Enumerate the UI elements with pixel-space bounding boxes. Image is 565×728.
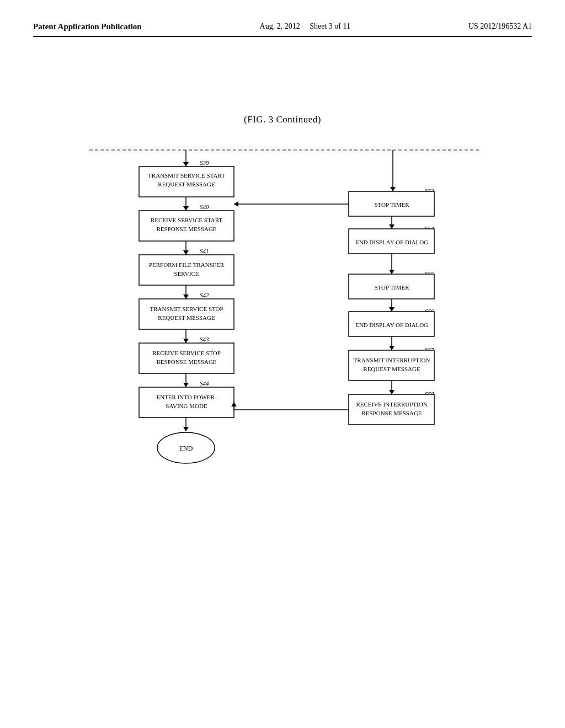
svg-marker-38 — [183, 427, 189, 431]
svg-marker-8 — [183, 206, 189, 211]
svg-marker-2 — [183, 162, 189, 167]
svg-marker-57 — [389, 307, 395, 312]
page: Patent Application Publication Aug. 2, 2… — [0, 0, 565, 728]
svg-text:RECEIVE SERVICE START: RECEIVE SERVICE START — [151, 217, 222, 223]
svg-marker-26 — [183, 339, 189, 343]
svg-text:TRANSMIT INTERRUPTION: TRANSMIT INTERRUPTION — [354, 357, 430, 363]
page-header: Patent Application Publication Aug. 2, 2… — [33, 22, 532, 37]
publication-date: Aug. 2, 2012 — [260, 22, 300, 30]
svg-text:ENTER INTO POWER-: ENTER INTO POWER- — [156, 394, 217, 400]
svg-text:RESPONSE MESSAGE: RESPONSE MESSAGE — [156, 358, 216, 365]
svg-text:REQUEST MESSAGE: REQUEST MESSAGE — [363, 366, 420, 372]
diagram-area: (FIG. 3 Continued) S39 TRANSMIT SERVICE … — [33, 114, 532, 602]
svg-text:STOP TIMER: STOP TIMER — [374, 284, 409, 291]
svg-text:END DISPLAY OF DIALOG: END DISPLAY OF DIALOG — [355, 322, 428, 328]
svg-marker-14 — [183, 250, 189, 255]
svg-text:TRANSMIT SERVICE START: TRANSMIT SERVICE START — [148, 172, 225, 179]
svg-text:S39: S39 — [200, 159, 209, 166]
svg-text:RESPONSE MESSAGE: RESPONSE MESSAGE — [361, 410, 422, 416]
publication-label: Patent Application Publication — [33, 22, 142, 31]
svg-marker-42 — [390, 187, 396, 191]
flowchart-svg: S39 TRANSMIT SERVICE START REQUEST MESSA… — [84, 142, 481, 599]
svg-text:SERVICE: SERVICE — [174, 270, 199, 277]
svg-marker-68 — [389, 390, 395, 394]
svg-marker-77 — [234, 201, 238, 207]
svg-text:S40: S40 — [200, 204, 209, 210]
figure-title: (FIG. 3 Continued) — [244, 114, 321, 125]
svg-text:RECEIVE INTERRUPTION: RECEIVE INTERRUPTION — [356, 401, 427, 408]
svg-text:REQUEST MESSAGE: REQUEST MESSAGE — [158, 314, 215, 321]
header-center: Aug. 2, 2012 Sheet 3 of 11 — [260, 22, 350, 31]
svg-text:END DISPLAY OF DIALOG: END DISPLAY OF DIALOG — [355, 239, 428, 245]
svg-text:S44: S44 — [200, 380, 209, 387]
svg-text:PERFORM FILE TRANSFER: PERFORM FILE TRANSFER — [149, 261, 225, 268]
svg-text:END: END — [179, 445, 193, 452]
svg-text:REQUEST MESSAGE: REQUEST MESSAGE — [158, 181, 215, 188]
svg-text:S42: S42 — [200, 292, 209, 298]
svg-marker-20 — [183, 295, 189, 299]
svg-text:SAVING MODE: SAVING MODE — [166, 403, 207, 409]
svg-text:STOP TIMER: STOP TIMER — [374, 201, 409, 208]
svg-text:RECEIVE SERVICE STOP: RECEIVE SERVICE STOP — [152, 350, 221, 356]
svg-marker-32 — [183, 383, 189, 387]
svg-text:RESPONSE MESSAGE: RESPONSE MESSAGE — [156, 226, 216, 232]
flowchart: S39 TRANSMIT SERVICE START REQUEST MESSA… — [84, 142, 481, 602]
patent-number: US 2012/196532 A1 — [468, 22, 532, 31]
svg-marker-47 — [389, 224, 395, 229]
svg-marker-52 — [389, 270, 395, 274]
sheet-info: Sheet 3 of 11 — [310, 22, 350, 30]
svg-marker-62 — [389, 346, 395, 350]
svg-text:S41: S41 — [200, 248, 209, 254]
svg-text:S43: S43 — [200, 336, 209, 342]
svg-text:TRANSMIT SERVICE STOP: TRANSMIT SERVICE STOP — [150, 306, 223, 312]
